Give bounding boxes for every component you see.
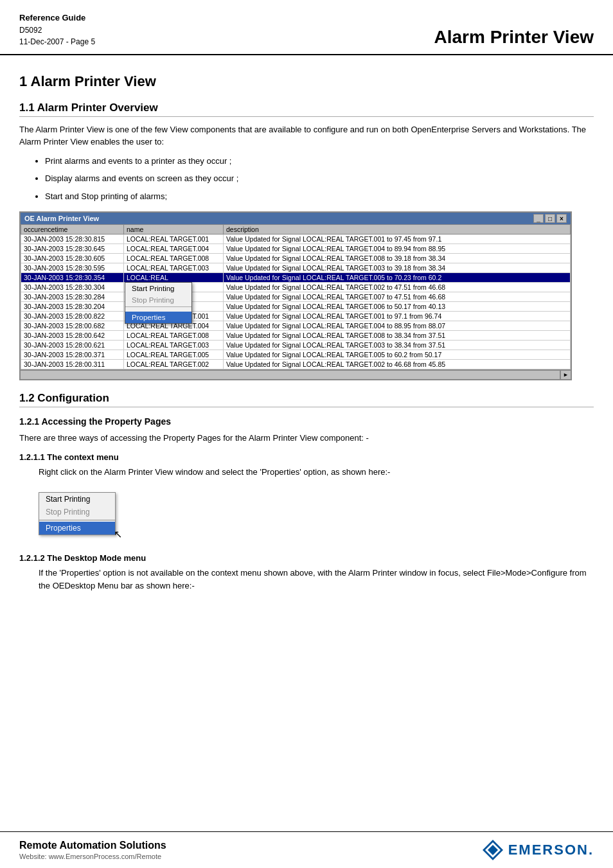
cm2-properties[interactable]: Properties bbox=[39, 522, 115, 535]
titlebar-buttons: _ □ × bbox=[533, 214, 567, 223]
table-row: 30-JAN-2003 15:28:30.815LOCAL:REAL TARGE… bbox=[21, 235, 571, 244]
page-title: Alarm Printer View bbox=[434, 27, 594, 48]
table-row: 30-JAN-2003 15:28:30.645LOCAL:REAL TARGE… bbox=[21, 244, 571, 254]
context-menu-image: Start Printing Stop Printing Properties bbox=[39, 492, 116, 535]
alarm-bottom-bar: ▶ bbox=[21, 369, 571, 379]
section1-2-1-1-paragraph: Right click on the Alarm Printer View wi… bbox=[39, 466, 594, 479]
alarm-titlebar: OE Alarm Printer View _ □ × bbox=[21, 213, 571, 224]
list-item: Display alarms and events on screen as t… bbox=[45, 172, 594, 185]
alarm-table: occurencetime name description 30-JAN-20… bbox=[21, 224, 571, 369]
list-item: Print alarms and events to a printer as … bbox=[45, 155, 594, 168]
cm2-divider bbox=[39, 520, 115, 520]
table-container: occurencetime name description 30-JAN-20… bbox=[21, 224, 571, 369]
header-left: Reference Guide D5092 11-Dec-2007 - Page… bbox=[19, 12, 95, 48]
table-row: 30-JAN-2003 15:28:30.354LOCAL:REALValue … bbox=[21, 273, 571, 283]
section1-2-heading: 1.2 Configuration bbox=[19, 392, 594, 407]
emerson-diamond-icon bbox=[481, 838, 504, 862]
feature-list: Print alarms and events to a printer as … bbox=[45, 155, 594, 203]
table-row: 30-JAN-2003 15:28:30.204LOCAL:REALValue … bbox=[21, 302, 571, 312]
page-header: Reference Guide D5092 11-Dec-2007 - Page… bbox=[0, 0, 613, 55]
table-row: 30-JAN-2003 15:28:30.304LOCAL:REALValue … bbox=[21, 283, 571, 292]
footer-website: Website: www.EmersonProcess.com/Remote bbox=[19, 853, 166, 860]
col-header-desc: description bbox=[224, 225, 571, 235]
section1-2-1-heading: 1.2.1 Accessing the Property Pages bbox=[19, 416, 594, 427]
alarm-window-title: OE Alarm Printer View bbox=[24, 215, 99, 222]
doc-date-page: 11-Dec-2007 - Page 5 bbox=[19, 36, 95, 48]
alarm-window: OE Alarm Printer View _ □ × occurencetim… bbox=[19, 211, 572, 380]
context-menu-overlay: Start Printing Stop Printing Properties bbox=[125, 282, 192, 324]
section1-2-1-2-heading: 1.2.1.2 The Desktop Mode menu bbox=[19, 553, 594, 563]
footer-left: Remote Automation Solutions Website: www… bbox=[19, 840, 166, 860]
section1-2-1-paragraph: There are three ways of accessing the Pr… bbox=[19, 432, 594, 445]
cm-stop-printing: Stop Printing bbox=[125, 294, 191, 306]
table-row: 30-JAN-2003 15:28:30.284LOCAL:REALValue … bbox=[21, 292, 571, 302]
table-row: 30-JAN-2003 15:28:00.822LOCAL:REAL TARGE… bbox=[21, 312, 571, 321]
cursor-icon: ↖ bbox=[114, 528, 122, 540]
section1-2-1-2-paragraph: If the 'Properties' option is not availa… bbox=[39, 567, 594, 592]
cm-start-printing[interactable]: Start Printing bbox=[125, 283, 191, 294]
minimize-button[interactable]: _ bbox=[533, 214, 544, 223]
table-row: 30-JAN-2003 15:28:30.605LOCAL:REAL TARGE… bbox=[21, 254, 571, 263]
table-row: 30-JAN-2003 15:28:00.642LOCAL:REAL TARGE… bbox=[21, 331, 571, 341]
emerson-logo: EMERSON. bbox=[481, 838, 594, 862]
table-row: 30-JAN-2003 15:28:00.682LOCAL:REAL TARGE… bbox=[21, 321, 571, 331]
cm-properties[interactable]: Properties bbox=[125, 312, 191, 323]
main-content: 1 Alarm Printer View 1.1 Alarm Printer O… bbox=[0, 55, 613, 612]
doc-type: Reference Guide bbox=[19, 12, 95, 24]
company-name: Remote Automation Solutions bbox=[19, 840, 166, 851]
table-row: 30-JAN-2003 15:28:00.311LOCAL:REAL TARGE… bbox=[21, 360, 571, 369]
table-row: 30-JAN-2003 15:28:00.621LOCAL:REAL TARGE… bbox=[21, 341, 571, 350]
context-menu-screenshot: Start Printing Stop Printing Properties … bbox=[39, 492, 116, 535]
doc-number: D5092 bbox=[19, 24, 95, 36]
page-footer: Remote Automation Solutions Website: www… bbox=[0, 831, 613, 868]
section1-heading: 1 Alarm Printer View bbox=[19, 73, 594, 90]
table-row: 30-JAN-2003 15:28:30.595LOCAL:REAL TARGE… bbox=[21, 263, 571, 273]
col-header-time: occurencetime bbox=[21, 225, 124, 235]
table-row: 30-JAN-2003 15:28:00.371LOCAL:REAL TARGE… bbox=[21, 350, 571, 360]
close-button[interactable]: × bbox=[556, 214, 567, 223]
emerson-text: EMERSON. bbox=[508, 842, 594, 858]
section1-2-1-1-heading: 1.2.1.1 The context menu bbox=[19, 452, 594, 462]
maximize-button[interactable]: □ bbox=[545, 214, 555, 223]
cm-properties-separator bbox=[125, 306, 191, 311]
section1-1-paragraph: The Alarm Printer View is one of the few… bbox=[19, 123, 594, 148]
section1-1-heading: 1.1 Alarm Printer Overview bbox=[19, 102, 594, 117]
cm2-start-printing[interactable]: Start Printing bbox=[39, 493, 115, 506]
list-item: Start and Stop printing of alarms; bbox=[45, 190, 594, 203]
cm2-stop-printing: Stop Printing bbox=[39, 506, 115, 518]
col-header-name: name bbox=[124, 225, 224, 235]
